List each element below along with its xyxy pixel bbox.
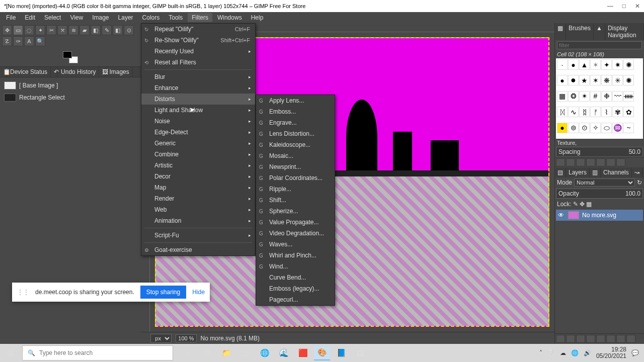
bucket-tool[interactable]: ▰	[79, 25, 90, 35]
images-tab-icon[interactable]: 🖼	[99, 67, 106, 77]
free-select-tool[interactable]: ◌	[24, 25, 34, 35]
drag-handle-icon[interactable]: ⋮⋮	[17, 289, 29, 296]
menuitem-light-and-shadow[interactable]: Light and Shadow▸	[141, 105, 255, 116]
menuitem-emboss-[interactable]: GEmboss...	[256, 106, 335, 117]
gradient-tool[interactable]: ◧	[91, 25, 101, 35]
hide-button[interactable]: Hide	[192, 289, 205, 296]
fuzzy-select-tool[interactable]: ✦	[35, 25, 45, 35]
menuitem-polar-coordinates-[interactable]: GPolar Coordinates...	[256, 172, 335, 184]
taskbar-search[interactable]: 🔍 Type here to search	[22, 345, 173, 360]
color-swatches[interactable]	[63, 51, 78, 63]
device-status-tab[interactable]: Device Status	[7, 67, 51, 77]
channels-tab-icon[interactable]: ▥	[590, 167, 601, 177]
menu-filters[interactable]: Filters	[188, 13, 212, 22]
spacing-field[interactable]: Spacing 50.0	[556, 147, 643, 157]
photos-icon[interactable]: 🖼	[352, 345, 368, 360]
lock-alpha-icon[interactable]: ▦	[586, 201, 592, 208]
smudge-tool[interactable]: ☡	[2, 36, 12, 46]
zoom-tool[interactable]: 🔍	[35, 36, 45, 46]
lock-position-icon[interactable]: ✥	[580, 201, 585, 208]
menuitem-wind-[interactable]: GWind...	[256, 261, 335, 272]
start-button[interactable]: ⊞	[0, 344, 20, 362]
images-tab[interactable]: Images	[106, 67, 132, 77]
taskview-icon[interactable]: ⧉	[199, 345, 215, 360]
warp-tool[interactable]: ≋	[68, 25, 78, 35]
brush-btn[interactable]	[556, 158, 565, 166]
menuitem-web[interactable]: Web▸	[141, 204, 255, 215]
layer-row[interactable]: 👁 No more.svg	[556, 210, 643, 221]
menuitem-kaleidoscope-[interactable]: GKaleidoscope...	[256, 139, 335, 150]
menuitem-noise[interactable]: Noise▸	[141, 116, 255, 127]
undo-history-tab[interactable]: Undo History	[58, 67, 99, 77]
menuitem-reset-all-filters[interactable]: ⟲Reset all Filters	[141, 57, 255, 68]
menuitem-map[interactable]: Map▸	[141, 182, 255, 193]
app-icon[interactable]: 🟥	[295, 345, 311, 360]
path-tool[interactable]: ✑	[13, 36, 23, 46]
nav-tab[interactable]: Display Navigation	[605, 23, 644, 40]
layers-tab[interactable]: Layers	[566, 167, 590, 177]
menu-view[interactable]: View	[66, 13, 87, 22]
menu-tools[interactable]: Tools	[165, 13, 187, 22]
menuitem-distorts[interactable]: Distorts▸	[141, 94, 255, 105]
device-status-tab-icon[interactable]: 📋	[0, 67, 7, 77]
menu-select[interactable]: Select	[40, 13, 65, 22]
paths-tab-icon[interactable]: ↝	[632, 167, 642, 177]
onedrive-icon[interactable]: ☁	[560, 349, 566, 356]
menuitem-enhance[interactable]: Enhance▸	[141, 82, 255, 94]
notifications-icon[interactable]: 💬	[631, 349, 639, 356]
history-rect-select[interactable]: Rectangle Select	[2, 92, 139, 104]
menuitem-spherize-[interactable]: GSpherize...	[256, 206, 335, 217]
fg-color[interactable]	[63, 51, 72, 58]
mode-select[interactable]: Normal	[574, 178, 635, 187]
menuitem-waves-[interactable]: GWaves...	[256, 239, 335, 250]
layers-tab-icon[interactable]: ▤	[555, 167, 566, 177]
menuitem-repeat-oilify-[interactable]: ↻Repeat "Oilify"Ctrl+F	[141, 24, 255, 35]
menuitem-ripple-[interactable]: GRipple...	[256, 184, 335, 195]
menuitem-decor[interactable]: Decor▸	[141, 171, 255, 182]
close-button[interactable]: ✕	[635, 3, 640, 10]
word-icon[interactable]: 📘	[333, 345, 349, 360]
brushes-tab[interactable]: Brushes	[566, 23, 594, 40]
menu-colors[interactable]: Colors	[138, 13, 164, 22]
eraser-tool[interactable]: ◧	[113, 25, 123, 35]
menuitem-mosaic-[interactable]: GMosaic...	[256, 150, 335, 161]
zoom-select[interactable]: 100 %	[176, 334, 196, 342]
text-tool[interactable]: A	[24, 36, 34, 46]
clone-tool[interactable]: ⊙	[124, 25, 134, 35]
menuitem-engrave-[interactable]: GEngrave...	[256, 117, 335, 128]
menuitem-re-show-oilify-[interactable]: ↻Re-Show "Oilify"Shift+Ctrl+F	[141, 35, 255, 46]
transform-tool[interactable]: ⤧	[57, 25, 67, 35]
network-icon[interactable]: 🌐	[571, 349, 579, 356]
menuitem-animation[interactable]: Animation▸	[141, 215, 255, 226]
menuitem-render[interactable]: Render▸	[141, 193, 255, 204]
move-tool[interactable]: ✥	[2, 25, 12, 35]
nav-tab-icon[interactable]: ▲	[594, 23, 605, 40]
menuitem-script-fu[interactable]: Script-Fu▸	[141, 230, 255, 241]
menuitem-blur[interactable]: Blur▸	[141, 71, 255, 82]
tray-overflow-icon[interactable]: ˄	[539, 349, 542, 356]
menu-image[interactable]: Image	[88, 13, 113, 22]
menuitem-curve-bend-[interactable]: Curve Bend...	[256, 272, 335, 283]
menuitem-value-propagate-[interactable]: GValue Propagate...	[256, 217, 335, 228]
crop-tool[interactable]: ✂	[46, 25, 56, 35]
menu-windows[interactable]: Windows	[213, 13, 246, 22]
menuitem-newsprint-[interactable]: GNewsprint...	[256, 161, 335, 172]
chrome-icon[interactable]: 🌐	[257, 345, 273, 360]
gimp-icon[interactable]: 🎨	[314, 345, 330, 360]
lock-pixels-icon[interactable]: ✎	[573, 201, 578, 208]
menuitem-goat-exercise[interactable]: ⚙Goat-exercise	[141, 244, 255, 255]
minimize-button[interactable]: —	[607, 3, 613, 10]
menu-help[interactable]: Help	[247, 13, 268, 22]
history-base[interactable]: [ Base Image ]	[2, 79, 139, 92]
menuitem-shift-[interactable]: GShift...	[256, 195, 335, 206]
menuitem-whirl-and-pinch-[interactable]: GWhirl and Pinch...	[256, 250, 335, 261]
menuitem-artistic[interactable]: Artistic▸	[141, 160, 255, 171]
menuitem-combine[interactable]: Combine▸	[141, 149, 255, 160]
channels-tab[interactable]: Channels	[601, 167, 632, 177]
maximize-button[interactable]: □	[622, 3, 626, 10]
folder-icon[interactable]: 🗂	[237, 345, 254, 360]
undo-history-icon[interactable]: ↶	[51, 67, 58, 77]
menuitem-pagecurl-[interactable]: Pagecurl...	[256, 294, 335, 305]
menuitem-video-degradation-[interactable]: GVideo Degradation...	[256, 228, 335, 239]
explorer-icon[interactable]: 📁	[218, 345, 234, 360]
